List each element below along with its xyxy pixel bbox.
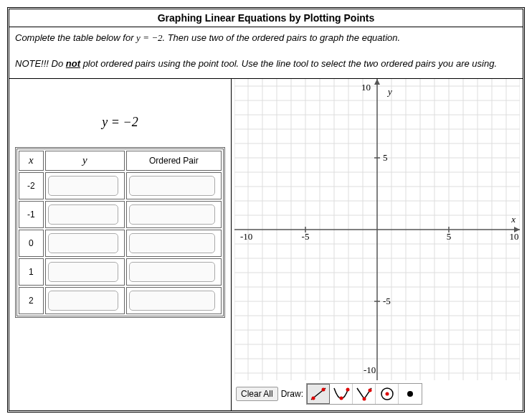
cell-x: 1 (19, 258, 44, 286)
header-x: x (19, 151, 44, 171)
svg-point-51 (339, 396, 343, 400)
instr-line2-prefix: NOTE!!! Do (15, 58, 66, 69)
xtick-pos5: 5 (447, 231, 452, 242)
y-axis-label: y (386, 86, 392, 97)
svg-point-50 (322, 387, 326, 391)
input-y-4[interactable] (48, 291, 118, 311)
input-op-2[interactable] (129, 233, 215, 253)
input-op-3[interactable] (129, 262, 215, 282)
ytick-neg10: -10 (364, 364, 376, 375)
svg-point-57 (407, 391, 413, 397)
cell-x: 2 (19, 287, 44, 314)
input-y-3[interactable] (48, 262, 118, 282)
input-y-2[interactable] (48, 233, 118, 253)
ytick-pos5: 5 (383, 152, 388, 163)
cell-x: 0 (19, 230, 44, 257)
draw-label: Draw: (281, 389, 303, 399)
table-row: -2 (19, 172, 222, 199)
graph-area[interactable]: x y -10 -5 5 10 10 5 -5 -10 (234, 79, 520, 380)
table-row: 1 (19, 258, 222, 286)
xtick-pos10: 10 (510, 231, 519, 242)
abs-value-icon (355, 386, 374, 402)
instr-equation: y = −2 (136, 32, 162, 43)
svg-point-54 (368, 388, 371, 392)
coordinate-grid: x y -10 -5 5 10 10 5 -5 -10 (234, 79, 520, 380)
instr-line1-prefix: Complete the table below for (15, 32, 136, 43)
instr-not: not (66, 58, 80, 69)
tool-icons (306, 383, 422, 405)
input-y-1[interactable] (48, 204, 118, 225)
input-op-0[interactable] (129, 176, 215, 196)
point-icon (401, 386, 419, 402)
equation-display: y = −2 (9, 79, 231, 144)
instructions: Complete the table below for y = −2. The… (9, 27, 523, 79)
ytick-pos10: 10 (361, 82, 371, 93)
x-axis-label: x (510, 214, 516, 225)
right-panel: x y -10 -5 5 10 10 5 -5 -10 (232, 79, 523, 410)
instr-line1-suffix: . Then use two of the ordered pairs to g… (162, 32, 400, 43)
parabola-icon (332, 386, 351, 402)
left-panel: y = −2 x y Ordered Pair -2 -1 (9, 79, 232, 410)
table-header-row: x y Ordered Pair (19, 151, 222, 171)
page-title: Graphing Linear Equations by Plotting Po… (9, 9, 523, 27)
content-row: y = −2 x y Ordered Pair -2 -1 (9, 79, 523, 410)
table-row: -1 (19, 201, 222, 228)
point-tool-button[interactable] (399, 384, 422, 404)
table-row: 0 (19, 230, 222, 257)
abs-tool-button[interactable] (353, 384, 376, 404)
svg-point-52 (346, 387, 349, 391)
graph-toolbar: Clear All Draw: (234, 380, 520, 408)
xtick-neg10: -10 (240, 231, 252, 242)
svg-point-53 (362, 397, 366, 400)
instr-line2-suffix: plot ordered pairs using the point tool.… (80, 58, 497, 69)
table-row: 2 (19, 287, 222, 314)
line-icon (309, 386, 328, 402)
parabola-tool-button[interactable] (330, 384, 353, 404)
input-y-0[interactable] (48, 176, 118, 196)
input-op-4[interactable] (129, 291, 215, 311)
xtick-neg5: -5 (302, 231, 310, 242)
svg-point-56 (385, 392, 389, 395)
svg-point-49 (312, 396, 315, 400)
svg-marker-47 (374, 79, 380, 85)
circle-icon (378, 386, 396, 402)
clear-all-button[interactable]: Clear All (236, 387, 278, 401)
problem-container: Graphing Linear Equations by Plotting Po… (7, 7, 525, 413)
cell-x: -1 (19, 201, 44, 228)
ytick-neg5: -5 (383, 296, 391, 306)
cell-x: -2 (19, 172, 44, 199)
input-op-1[interactable] (129, 204, 215, 225)
values-table: x y Ordered Pair -2 -1 0 (15, 147, 225, 318)
line-tool-button[interactable] (307, 384, 330, 404)
header-y: y (45, 151, 125, 171)
header-ordered-pair: Ordered Pair (126, 151, 222, 171)
circle-tool-button[interactable] (376, 384, 399, 404)
